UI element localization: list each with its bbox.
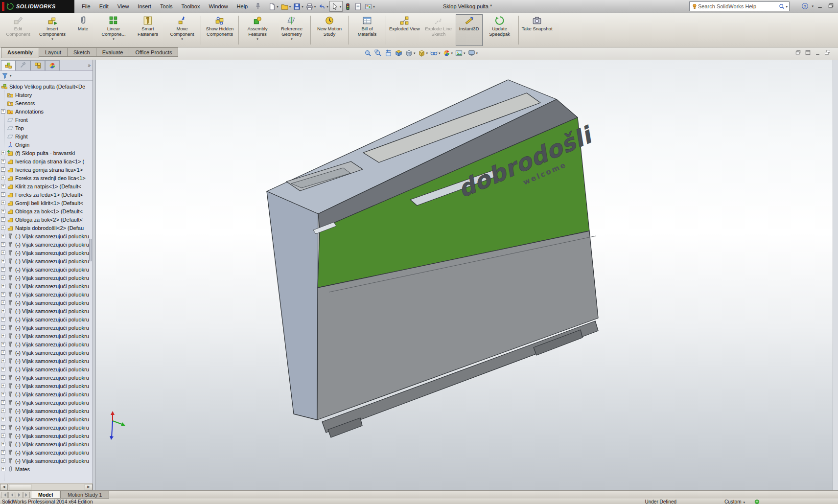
- menu-file[interactable]: File: [77, 0, 95, 13]
- open-button[interactable]: ▾: [279, 1, 292, 12]
- tree-item-vijak-samorezu-21[interactable]: (-) Vijak samorezujući poluokru: [0, 398, 93, 407]
- tree-item-vijak-samorezu-26[interactable]: (-) Vijak samorezujući poluokru: [0, 440, 93, 448]
- doc-maximize-button[interactable]: [804, 49, 812, 56]
- take-snapshot-button[interactable]: Take Snapshot: [520, 14, 554, 46]
- expand-icon[interactable]: [1, 359, 5, 363]
- menu-window[interactable]: Window: [204, 0, 232, 13]
- print-button[interactable]: ▾: [304, 1, 317, 12]
- tree-item-vijak-samorezu-25[interactable]: (-) Vijak samorezujući poluokru: [0, 432, 93, 440]
- panel-tab-propertymanager[interactable]: [16, 60, 30, 70]
- expand-icon[interactable]: [1, 251, 5, 255]
- menu-help[interactable]: Help: [233, 0, 253, 13]
- doc-cascade-button[interactable]: [824, 49, 831, 56]
- expand-icon[interactable]: [1, 217, 5, 222]
- tree-item-vijak-samorezu-2[interactable]: (-) Vijak samorezujući poluokru: [0, 240, 93, 249]
- tree-item-iverica-gornja-str[interactable]: Iverica gornja strana lica<1>: [0, 165, 93, 174]
- file-properties-button[interactable]: [353, 1, 363, 12]
- expand-icon[interactable]: [1, 267, 5, 272]
- tree-item-vijak-samorezu-13[interactable]: (-) Vijak samorezujući poluokru: [0, 332, 93, 340]
- tree-item-vijak-samorezu-24[interactable]: (-) Vijak samorezujući poluokru: [0, 423, 93, 432]
- tree-item-natpis-dobrodo-li[interactable]: Natpis dobrodošli<2> (Defau: [0, 224, 93, 232]
- tree-item-root[interactable]: Sklop Velikog pulta (Default<De: [0, 82, 93, 91]
- tab-model[interactable]: Model: [31, 491, 60, 499]
- help-caret-icon[interactable]: ▾: [812, 4, 814, 8]
- tree-item-vijak-samorezu-7[interactable]: (-) Vijak samorezujući poluokru: [0, 282, 93, 290]
- tree-item-vijak-samorezu-11[interactable]: (-) Vijak samorezujući poluokru: [0, 315, 93, 323]
- tree-item-front[interactable]: Front: [0, 115, 93, 124]
- expand-icon[interactable]: [1, 350, 5, 355]
- tree-item-vijak-samorezu-27[interactable]: (-) Vijak samorezujući poluokru: [0, 448, 93, 457]
- help-button[interactable]: ?: [800, 1, 809, 10]
- new-motion-study-button[interactable]: New Motion Study: [312, 14, 347, 46]
- nav-first-button[interactable]: [1, 492, 8, 498]
- tree-item-mates[interactable]: Mates: [0, 465, 93, 473]
- tree-item-history[interactable]: History: [0, 91, 93, 99]
- expand-icon[interactable]: [1, 467, 5, 471]
- search-caret-icon[interactable]: ▾: [786, 5, 788, 8]
- tree-horizontal-scrollbar[interactable]: ◀ ▶: [0, 483, 93, 490]
- expand-icon[interactable]: [1, 176, 5, 180]
- expand-icon[interactable]: [1, 417, 5, 421]
- expand-icon[interactable]: [1, 450, 5, 455]
- expand-icon[interactable]: [1, 317, 5, 321]
- tree-item-vijak-samorezu-19[interactable]: (-) Vijak samorezujući poluokru: [0, 382, 93, 390]
- expand-icon[interactable]: [1, 300, 5, 305]
- assembly-3d-model[interactable]: dobrodošli welcome: [96, 60, 838, 490]
- expand-icon[interactable]: [1, 226, 5, 230]
- panel-tabs-overflow[interactable]: »: [88, 63, 91, 68]
- apply-scene-button[interactable]: ▾: [454, 49, 466, 57]
- scroll-left-button[interactable]: ◀: [0, 484, 8, 490]
- assembly-features-button[interactable]: Assembly Features▾: [240, 14, 275, 46]
- select-button[interactable]: ▾: [329, 1, 343, 12]
- show-hidden-components-button[interactable]: Show Hidden Components: [203, 14, 237, 46]
- tree-item-annotations[interactable]: AAnnotations: [0, 107, 93, 115]
- expand-icon[interactable]: [1, 109, 5, 114]
- tab-evaluate[interactable]: Evaluate: [96, 47, 130, 57]
- expand-icon[interactable]: [1, 209, 5, 213]
- expand-icon[interactable]: [1, 409, 5, 413]
- expand-icon[interactable]: [1, 192, 5, 197]
- update-speedpak-button[interactable]: Update Speedpak: [483, 14, 517, 46]
- expand-icon[interactable]: [1, 458, 5, 463]
- tab-assembly[interactable]: Assembly: [1, 47, 39, 58]
- tab-layout[interactable]: Layout: [39, 47, 68, 57]
- scroll-thumb[interactable]: [9, 484, 31, 490]
- expand-icon[interactable]: [1, 159, 5, 163]
- panel-tab-configurationmanager[interactable]: [30, 60, 45, 70]
- expand-icon[interactable]: [1, 275, 5, 280]
- move-component-button[interactable]: Move Component▾: [165, 14, 199, 46]
- tree-item-vijak-samorezu-12[interactable]: (-) Vijak samorezujući poluokru: [0, 323, 93, 332]
- edit-appearance-button[interactable]: ▾: [442, 49, 454, 57]
- expand-icon[interactable]: [1, 334, 5, 338]
- exploded-view-button[interactable]: Exploded View: [388, 14, 421, 46]
- expand-icon[interactable]: [1, 442, 5, 446]
- menu-edit[interactable]: Edit: [95, 0, 113, 13]
- bill-of-materials-button[interactable]: Bill of Materials: [350, 14, 384, 46]
- rebuild-button[interactable]: [343, 1, 353, 12]
- hide-show-items-button[interactable]: ▾: [429, 49, 441, 57]
- reference-geometry-button[interactable]: Reference Geometry▾: [275, 14, 309, 46]
- expand-icon[interactable]: [1, 392, 5, 396]
- expand-icon[interactable]: [1, 234, 5, 238]
- expand-icon[interactable]: [1, 400, 5, 405]
- expand-icon[interactable]: [1, 384, 5, 388]
- tree-item-vijak-samorezu-5[interactable]: (-) Vijak samorezujući poluokru: [0, 265, 93, 274]
- expand-icon[interactable]: [1, 259, 5, 263]
- green-plus-icon[interactable]: [754, 499, 760, 504]
- panel-tab-displaymanager[interactable]: [45, 60, 60, 70]
- expand-icon[interactable]: [1, 201, 5, 205]
- scroll-right-button[interactable]: ▶: [85, 484, 93, 490]
- tree-item-vijak-samorezu-18[interactable]: (-) Vijak samorezujući poluokru: [0, 373, 93, 382]
- nav-prev-button[interactable]: [8, 492, 15, 498]
- tree-item-vijak-samorezu-6[interactable]: (-) Vijak samorezujući poluokru: [0, 274, 93, 282]
- previous-view-button[interactable]: [384, 49, 393, 57]
- tree-item-vijak-samorezu-28[interactable]: (-) Vijak samorezujući poluokru: [0, 457, 93, 465]
- section-view-button[interactable]: [394, 49, 403, 57]
- save-button[interactable]: ▾: [292, 1, 304, 12]
- menu-tools[interactable]: Tools: [156, 0, 177, 13]
- tree-item-vijak-samorezu-16[interactable]: (-) Vijak samorezujući poluokru: [0, 357, 93, 365]
- tree-filter[interactable]: ▾: [0, 71, 93, 81]
- tree-item-obloga-za-bok-1[interactable]: Obloga za bok<1> (Default<: [0, 207, 93, 215]
- expand-icon[interactable]: [1, 434, 5, 438]
- linear-compone-button[interactable]: Linear Compone...▾: [96, 14, 131, 46]
